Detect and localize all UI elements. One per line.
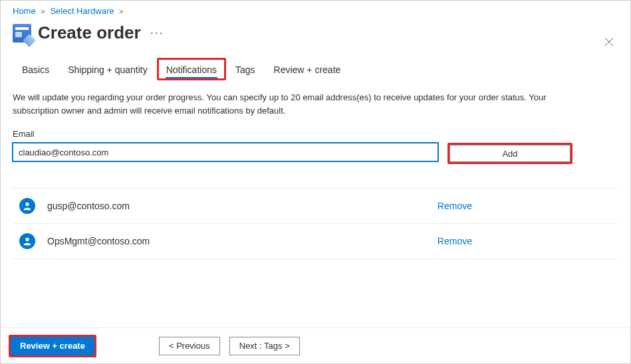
tabs: Basics Shipping + quantity Notifications…: [1, 52, 630, 80]
breadcrumb-select-hardware[interactable]: Select Hardware: [50, 6, 114, 16]
email-list: gusp@contoso.com Remove OpsMgmt@contoso.…: [1, 169, 630, 259]
next-button[interactable]: Next : Tags >: [229, 337, 300, 355]
email-label: Email: [1, 120, 630, 141]
tab-basics[interactable]: Basics: [13, 58, 59, 80]
description-text: We will update you regarding your order …: [1, 80, 606, 120]
email-address: OpsMgmt@contoso.com: [47, 236, 438, 246]
remove-link[interactable]: Remove: [438, 201, 612, 211]
tab-review[interactable]: Review + create: [265, 58, 350, 80]
page-title: Create order: [38, 23, 141, 43]
list-item: gusp@contoso.com Remove: [13, 188, 618, 224]
chevron-right-icon: >: [119, 7, 123, 15]
svg-point-0: [25, 203, 29, 206]
email-input[interactable]: [13, 143, 438, 161]
close-button[interactable]: [600, 33, 618, 54]
review-create-button[interactable]: Review + create: [11, 337, 94, 355]
tab-tags[interactable]: Tags: [226, 58, 265, 80]
avatar: [19, 233, 35, 249]
avatar: [19, 198, 35, 214]
chevron-right-icon: >: [41, 7, 45, 15]
tab-shipping[interactable]: Shipping + quantity: [59, 58, 156, 80]
svg-point-1: [25, 238, 29, 241]
tab-notifications[interactable]: Notifications: [157, 58, 226, 80]
person-icon: [23, 236, 32, 246]
remove-link[interactable]: Remove: [438, 236, 612, 246]
order-icon: [13, 24, 31, 43]
title-row: Create order ···: [1, 19, 630, 52]
list-item: OpsMgmt@contoso.com Remove: [13, 224, 618, 259]
breadcrumb-home[interactable]: Home: [13, 6, 36, 16]
more-icon[interactable]: ···: [150, 26, 164, 40]
close-icon: [604, 37, 614, 47]
previous-button[interactable]: < Previous: [159, 337, 220, 355]
email-input-row: Add: [1, 141, 630, 169]
footer: Review + create < Previous Next : Tags >: [1, 327, 630, 363]
add-button[interactable]: Add: [449, 145, 570, 162]
email-address: gusp@contoso.com: [47, 201, 438, 211]
breadcrumb: Home > Select Hardware >: [1, 1, 630, 19]
person-icon: [23, 201, 32, 211]
